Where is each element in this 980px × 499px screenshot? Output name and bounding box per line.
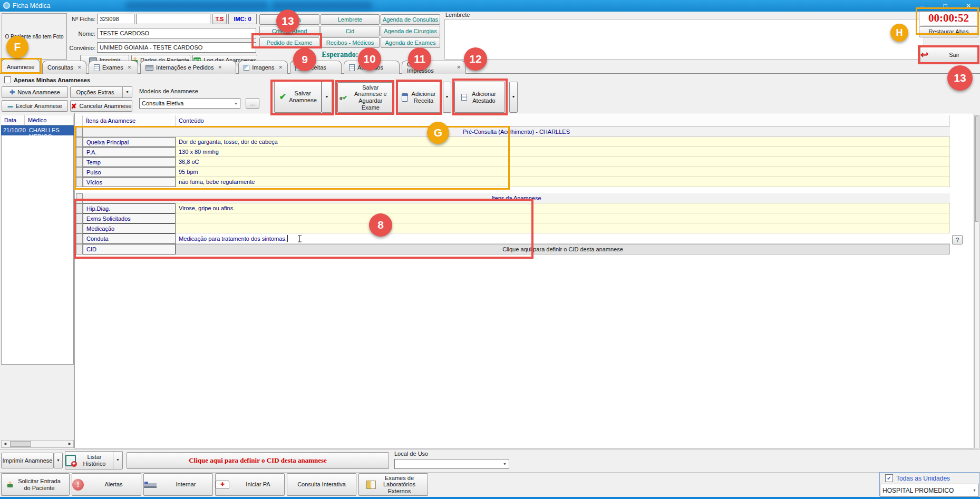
agenda-de-consultas-button[interactable]: Agenda de Consultas xyxy=(381,14,440,25)
local-de-uso-select[interactable]: ▼ xyxy=(394,459,509,469)
chevron-down-icon[interactable]: ▼ xyxy=(234,102,238,105)
cid-define-row[interactable]: Clique aqui para definir o CID desta ana… xyxy=(176,244,950,255)
exames-laboratorios-externos-button[interactable]: Exames de Laboratórios Externos xyxy=(358,473,428,496)
item-content[interactable] xyxy=(176,213,950,223)
internar-button[interactable]: Internar xyxy=(143,473,213,496)
recibos-medicos-button[interactable]: Recibos - Médicos xyxy=(321,37,380,48)
salvar-anamnese-aguardar-exame-button[interactable]: a✔ Salvar Anamnese e Aguardar Exame xyxy=(337,82,393,113)
tab-close-icon[interactable]: ✕ xyxy=(128,65,132,70)
help-button[interactable]: ? xyxy=(952,235,963,244)
sair-button[interactable]: ↩ Sair xyxy=(920,47,978,63)
modelo-anamnese-select[interactable]: Consulta Eletiva▼ xyxy=(139,98,240,109)
conduta-edit-field[interactable]: Medicação para tratamento dos sintomas. xyxy=(176,233,950,244)
definir-cid-button[interactable]: Clique aqui para definir o CID desta ana… xyxy=(127,452,389,469)
history-row-selected[interactable]: 21/10/20 CHARLLES MEDICO xyxy=(1,125,74,135)
item-label[interactable]: Queixa Principal xyxy=(83,137,176,147)
item-label[interactable]: Vícios xyxy=(83,177,176,187)
nova-anamnese-button[interactable]: ✚Nova Anamnese xyxy=(2,86,68,98)
modelo-more-button[interactable]: ... xyxy=(246,98,259,109)
consulta-interativa-button[interactable]: Consulta Interativa xyxy=(287,473,356,496)
tab-anamnese[interactable]: Anamnese xyxy=(1,59,40,74)
scroll-left-icon[interactable]: ◄ xyxy=(3,441,7,446)
row-gutter[interactable] xyxy=(76,213,83,223)
ts-button[interactable]: T.S xyxy=(212,14,227,24)
item-content[interactable]: 95 bpm xyxy=(176,167,950,177)
convenio-input[interactable]: UNIMED GOIANIA - TESTE CARDOSO xyxy=(97,42,256,53)
tab-close-icon[interactable]: ✕ xyxy=(278,65,283,70)
item-label[interactable]: Exms Solicitados xyxy=(83,213,176,223)
row-gutter[interactable] xyxy=(76,127,83,137)
solicitar-entrada-button[interactable]: Solicitar Entrada do Paciente xyxy=(1,473,70,496)
listar-historico-button[interactable]: Listar Histórico ▼ xyxy=(65,451,123,469)
pedido-de-exame-button[interactable]: Pedido de Exame xyxy=(259,37,319,48)
scrollbar-thumb[interactable] xyxy=(10,441,31,447)
tab-close-icon[interactable]: ✕ xyxy=(457,65,461,70)
tab-exames[interactable]: Exames✕ xyxy=(89,61,138,74)
cancelar-anamnese-button[interactable]: ✘Cancelar Anamnese xyxy=(70,100,132,112)
minimize-button[interactable]: ─ xyxy=(910,0,934,12)
close-button[interactable]: ✕ xyxy=(957,0,980,12)
agenda-de-exames-button[interactable]: Agenda de Exames xyxy=(381,37,440,48)
cid-button[interactable]: Cid xyxy=(321,26,380,36)
item-label[interactable]: Conduta xyxy=(83,233,176,244)
item-content[interactable]: 36,8 oC xyxy=(176,157,950,167)
adicionar-receita-button[interactable]: Adicionar Receita xyxy=(397,82,441,113)
unidade-select[interactable]: HOSPITAL PROMEDICO ▼ xyxy=(880,484,979,497)
chevron-down-icon[interactable]: ▼ xyxy=(113,452,122,469)
row-gutter[interactable] xyxy=(76,177,83,187)
item-label[interactable]: Hip.Diag. xyxy=(83,203,176,213)
restaurar-abas-button[interactable]: Restaurar Abas xyxy=(919,26,978,37)
chevron-down-icon[interactable]: ▼ xyxy=(973,488,976,492)
item-label[interactable]: Medicação xyxy=(83,223,176,233)
row-gutter[interactable] xyxy=(76,157,83,167)
excluir-anamnese-button[interactable]: ▬Excluir Anamnese xyxy=(2,100,68,112)
imprimir-anamnese-button[interactable]: Imprimir Anamnese xyxy=(1,453,54,468)
item-label[interactable]: CID xyxy=(83,244,176,255)
scroll-right-icon[interactable]: ► xyxy=(67,441,72,446)
item-content[interactable]: não fuma, bebe regularmente xyxy=(176,177,950,187)
opcoes-extras-button[interactable]: Opções Extras▼ xyxy=(70,86,132,98)
grid-vertical-scrollbar[interactable] xyxy=(974,115,979,448)
maximize-button[interactable]: □ xyxy=(934,0,957,12)
row-gutter[interactable] xyxy=(76,244,83,255)
adicionar-atestado-dropdown[interactable]: ▼ xyxy=(509,82,518,113)
chevron-down-icon[interactable]: ▼ xyxy=(503,462,507,466)
chevron-down-icon[interactable]: ▼ xyxy=(122,87,132,97)
salvar-anamnese-dropdown[interactable]: ▼ xyxy=(322,81,332,113)
row-gutter[interactable] xyxy=(76,167,83,177)
iniciar-pa-button[interactable]: ✚ Iniciar PA xyxy=(215,473,285,496)
tab-close-icon[interactable]: ✕ xyxy=(218,65,222,70)
anamnese-history-list[interactable] xyxy=(1,115,74,365)
item-content[interactable]: Virose, gripe ou afins. xyxy=(176,203,950,213)
tab-imagens[interactable]: Imagens✕ xyxy=(238,61,288,74)
apenas-minhas-anamneses-checkbox[interactable] xyxy=(4,76,11,83)
scrollbar-thumb[interactable] xyxy=(975,116,978,222)
alertas-button[interactable]: ! Alertas xyxy=(72,473,141,496)
item-content[interactable] xyxy=(176,223,950,233)
ficha-secondary-input[interactable] xyxy=(136,14,210,24)
nome-input[interactable]: TESTE CARDOSO xyxy=(97,28,256,38)
item-content[interactable]: 130 x 80 mmhg xyxy=(176,147,950,157)
agenda-de-cirurgias-button[interactable]: Agenda de Cirurgias xyxy=(381,26,440,36)
item-label[interactable]: Pulso xyxy=(83,167,176,177)
row-gutter[interactable] xyxy=(76,137,83,147)
item-content[interactable]: Dor de garganta, tosse, dor de cabeça xyxy=(176,137,950,147)
ficha-input[interactable]: 329098 xyxy=(97,14,134,24)
lembrete-button[interactable]: Lembrete xyxy=(321,14,380,25)
tab-close-icon[interactable]: ✕ xyxy=(77,65,82,70)
imprimir-anamnese-dropdown[interactable]: ▼ xyxy=(54,453,63,468)
tab-internacoes-e-pedidos[interactable]: Internações e Pedidos✕ xyxy=(140,61,236,74)
history-horizontal-scrollbar[interactable]: ◄ ► xyxy=(1,440,74,448)
item-label[interactable]: Temp xyxy=(83,157,176,167)
row-gutter[interactable] xyxy=(76,233,83,244)
tab-consultas[interactable]: Consultas✕ xyxy=(42,61,86,74)
row-gutter[interactable] xyxy=(76,193,83,203)
salvar-anamnese-button[interactable]: ✔ Salvar Anamnese xyxy=(274,81,322,113)
row-gutter[interactable] xyxy=(76,223,83,233)
row-gutter[interactable] xyxy=(76,203,83,213)
item-label[interactable]: P.A. xyxy=(83,147,176,157)
row-gutter[interactable] xyxy=(76,147,83,157)
todas-as-unidades-checkbox[interactable]: ✔ xyxy=(885,474,893,482)
adicionar-receita-dropdown[interactable]: ▼ xyxy=(443,82,451,113)
adicionar-atestado-button[interactable]: Adicionar Atestado xyxy=(454,82,505,113)
